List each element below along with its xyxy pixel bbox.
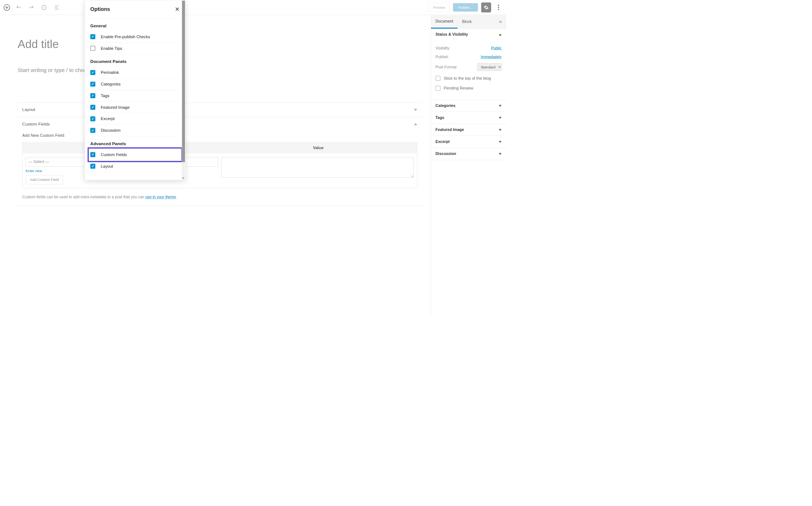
preview-button[interactable]: Preview [428, 3, 450, 12]
undo-icon[interactable] [15, 3, 23, 11]
redo-icon[interactable] [27, 3, 35, 11]
chevron-down-icon [499, 129, 501, 131]
cf-input-row: — Select — Enter new Add Custom Field [23, 154, 417, 188]
post-title-input[interactable]: Add title [18, 37, 422, 51]
panel-categories[interactable]: Categories [431, 100, 506, 112]
section-document-panels-title: Document Panels [85, 54, 185, 67]
modal-scrollbar-thumb[interactable] [182, 1, 185, 162]
cf-add-label: Add New Custom Field: [22, 134, 417, 138]
checkbox-icon[interactable] [90, 81, 95, 87]
custom-fields-metabox-header[interactable]: Custom Fields [18, 117, 422, 131]
cf-col-value: Value [220, 146, 417, 150]
pending-checkbox[interactable] [435, 86, 441, 91]
cf-help-text: Custom fields can be used to add extra m… [22, 195, 417, 199]
panel-excerpt[interactable]: Excerpt [431, 136, 506, 148]
opt-layout[interactable]: Layout [90, 160, 180, 172]
cf-help-link[interactable]: use in your theme [145, 195, 176, 199]
publish-row: Publish Immediately [435, 55, 501, 59]
opt-label: Categories [101, 82, 121, 87]
section-general-title: General [85, 18, 185, 31]
publish-button[interactable]: Publish... [453, 3, 478, 12]
checkbox-icon[interactable] [90, 128, 95, 133]
opt-label: Custom Fields [101, 152, 127, 157]
opt-prepublish[interactable]: Enable Pre-publish Checks [90, 31, 180, 43]
chevron-down-icon [499, 141, 501, 143]
opt-categories[interactable]: Categories [90, 79, 180, 90]
chevron-up-icon [414, 123, 417, 125]
layout-metabox-header[interactable]: Layout [18, 103, 422, 117]
sidebar-close-button[interactable]: × [495, 19, 506, 25]
chevron-down-icon [499, 117, 501, 119]
opt-label: Tags [101, 93, 110, 98]
editor-topbar: Preview Publish... [0, 0, 506, 15]
panel-tags[interactable]: Tags [431, 112, 506, 124]
topbar-right: Preview Publish... [428, 3, 502, 12]
opt-tips[interactable]: Enable Tips [90, 43, 180, 54]
opt-label: Enable Pre-publish Checks [101, 34, 150, 39]
checkbox-icon[interactable] [90, 105, 95, 110]
cf-help-post: . [176, 195, 177, 199]
more-menu-button[interactable] [494, 3, 502, 11]
panel-featured-image[interactable]: Featured Image [431, 124, 506, 136]
modal-title: Options [90, 6, 110, 12]
checkbox-icon[interactable] [90, 93, 95, 98]
chevron-down-icon [499, 105, 501, 107]
opt-excerpt[interactable]: Excerpt [90, 113, 180, 125]
checkbox-icon[interactable] [90, 70, 95, 75]
cf-table: Name Value — Select — Enter new Add Cust… [22, 142, 417, 188]
opt-featured-image[interactable]: Featured Image [90, 101, 180, 113]
panel-discussion[interactable]: Discussion [431, 148, 506, 160]
opt-permalink[interactable]: Permalink [90, 67, 180, 79]
opt-tags[interactable]: Tags [90, 90, 180, 101]
panel-status-body: Visibility Public Publish Immediately Po… [431, 41, 506, 100]
visibility-value-link[interactable]: Public [491, 46, 502, 51]
chevron-up-icon [499, 34, 501, 36]
custom-fields-body: Add New Custom Field: Name Value — Selec… [18, 134, 422, 206]
checkbox-icon[interactable] [90, 116, 95, 121]
checkbox-icon[interactable] [90, 164, 95, 169]
options-modal: Options ✕ General Enable Pre-publish Che… [84, 0, 185, 180]
info-icon[interactable] [40, 3, 48, 11]
editor-main: Add title Start writing or type / to cho… [0, 15, 431, 315]
opt-label: Discussion [101, 128, 121, 133]
stick-label: Stick to the top of the blog [444, 76, 491, 80]
editor-body: Add title Start writing or type / to cho… [0, 15, 506, 315]
modal-close-button[interactable]: ✕ [175, 6, 180, 13]
opt-label: Permalink [101, 70, 119, 75]
custom-fields-metabox-title: Custom Fields [22, 121, 50, 127]
topbar-left [4, 3, 61, 11]
layout-metabox-title: Layout [22, 107, 35, 112]
visibility-label: Visibility [435, 46, 449, 51]
modal-header: Options ✕ [85, 0, 185, 19]
panel-status-header[interactable]: Status & Visibility [431, 29, 506, 40]
checkbox-icon[interactable] [90, 46, 95, 51]
metaboxes: Layout Custom Fields Add New Custom Fiel… [18, 103, 422, 206]
stick-checkbox[interactable] [435, 76, 441, 81]
stick-row[interactable]: Stick to the top of the blog [435, 76, 501, 81]
cf-add-button[interactable]: Add Custom Field [25, 175, 63, 184]
post-body-input[interactable]: Start writing or type / to choose [18, 67, 422, 73]
outline-icon[interactable] [53, 3, 61, 11]
pending-row[interactable]: Pending Review [435, 86, 501, 91]
tab-block[interactable]: Block [458, 15, 476, 28]
visibility-row: Visibility Public [435, 46, 501, 51]
tab-document[interactable]: Document [431, 15, 458, 28]
opt-discussion[interactable]: Discussion [90, 125, 180, 136]
settings-button[interactable] [481, 3, 491, 12]
cf-help-pre: Custom fields can be used to add extra m… [22, 195, 145, 199]
publish-value-link[interactable]: Immediately [481, 55, 501, 59]
cf-value-textarea[interactable] [221, 157, 414, 178]
cf-enter-new-link[interactable]: Enter new [25, 169, 42, 173]
post-format-select[interactable]: Standard [477, 63, 502, 71]
opt-label: Featured Image [101, 105, 130, 109]
checkbox-icon[interactable] [90, 152, 95, 157]
settings-sidebar: Document Block × Status & Visibility Vis… [431, 15, 506, 315]
cf-header-row: Name Value [23, 142, 417, 154]
custom-fields-metabox: Custom Fields Add New Custom Field: Name… [18, 117, 422, 206]
opt-custom-fields[interactable]: Custom Fields [89, 149, 181, 161]
modal-scrollbar-down-icon[interactable] [182, 177, 185, 179]
checkbox-icon[interactable] [90, 34, 95, 39]
post-format-row: Post Format Standard [435, 63, 501, 71]
layout-metabox: Layout [18, 103, 422, 117]
add-block-icon[interactable] [4, 4, 10, 11]
